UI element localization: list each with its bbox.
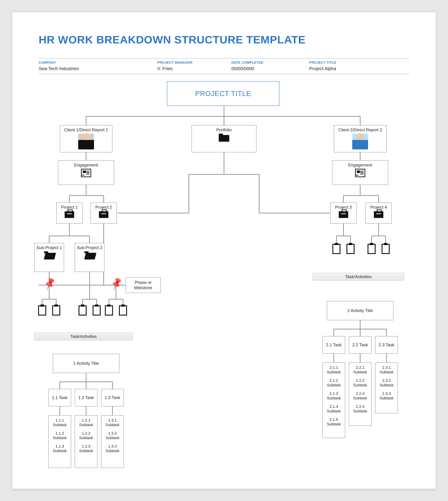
activity2-subtasks1: 2.1.1 Subtask 2.1.2 Subtask 2.1.3 Subtas… — [322, 363, 345, 438]
date-label: DATE COMPLETED — [231, 61, 309, 65]
project3-text: Project 3 — [335, 205, 352, 210]
activity1-task3: 1.3 Task — [101, 389, 124, 406]
project1-box: Project 1 — [56, 202, 82, 224]
company-value: Sea-Tech Industries — [39, 66, 157, 71]
activity1-task1: 1.1 Task — [48, 389, 71, 406]
page-title: HR WORK BREAKDOWN STRUCTURE TEMPLATE — [39, 33, 409, 46]
activity2-task2: 2.2 Task — [349, 336, 372, 354]
project3-box: Project 3 — [330, 202, 357, 224]
client2-text: Client 2/Direct Report 2 — [338, 127, 382, 133]
clipboard-icon — [382, 244, 390, 254]
project-title-value: Project Alpha — [309, 66, 409, 71]
activity2-task1: 2.1 Task — [322, 336, 345, 354]
pm-value: V. Fries — [157, 66, 231, 71]
task-activities-text: Task/Activities — [70, 334, 97, 339]
company-label: COMPANY — [39, 61, 157, 65]
clipboard-icon — [38, 305, 46, 316]
document-page: HR WORK BREAKDOWN STRUCTURE TEMPLATE COM… — [12, 12, 436, 489]
activity2-title-box: 2 Activity Title — [327, 301, 394, 320]
newspaper-icon — [81, 169, 91, 177]
clipboard-icon — [332, 244, 340, 254]
phase-box: Phase or Milestone — [126, 277, 161, 293]
pm-label: PROJECT MANAGER — [157, 61, 231, 65]
portfolio-text: Portfolio — [216, 127, 232, 133]
clipboard-icon — [93, 305, 101, 316]
activity1-subtasks2: 1.2.1 Subtask 1.2.2 Subtask 1.2.3 Subtas… — [75, 415, 97, 468]
task-activities-bar-left: Task/Activities — [34, 333, 133, 340]
project2-text: Project 2 — [96, 205, 112, 210]
clipboard-icon — [105, 305, 113, 316]
activity1-title-text: 1 Activity Title — [73, 361, 99, 366]
briefcase-icon — [374, 211, 383, 218]
activity1-task2: 1.2 Task — [75, 389, 97, 406]
activity1-subtasks3: 1.3.1 Subtask 1.3.2 Subtask 1.3.3 Subtas… — [101, 415, 124, 468]
client1-box: Client 1/Direct Report 1 — [60, 125, 112, 152]
subproject2-text: Sub-Project 2 — [77, 245, 102, 250]
avatar-icon — [352, 134, 368, 150]
clipboard-icon — [79, 305, 87, 316]
avatar-icon — [78, 134, 94, 150]
engagement-right-box: Engagement — [332, 160, 388, 185]
date-value: 00/00/0000 — [231, 66, 309, 71]
client1-text: Client 1/Direct Report 1 — [64, 127, 108, 133]
meta-row: COMPANY Sea-Tech Industries PROJECT MANA… — [39, 58, 409, 74]
open-folder-icon — [44, 251, 54, 259]
activity2-subtasks3: 2.3.1 Subtask 2.3.2 Subtask 2.3.3 Subtas… — [375, 363, 398, 414]
root-title-text: PROJECT TITLE — [195, 89, 251, 98]
phase-text: Phase or Milestone — [127, 280, 159, 290]
activity1-subtasks1: 1.1.1 Subtask 1.1.2 Subtask 1.1.3 Subtas… — [48, 415, 71, 468]
project2-box: Project 2 — [91, 202, 117, 224]
folder-icon — [219, 134, 229, 142]
clipboard-icon — [119, 305, 127, 316]
briefcase-icon — [65, 211, 74, 218]
activity2-subtasks2: 2.2.1 Subtask 2.2.2 Subtask 2.2.3 Subtas… — [349, 363, 372, 426]
wbs-diagram: PROJECT TITLE Client 1/Direct Report 1 P… — [39, 74, 409, 475]
clipboard-icon — [346, 244, 354, 254]
project4-box: Project 4 — [366, 202, 392, 224]
project1-text: Project 1 — [61, 205, 78, 210]
task-activities-bar-right: Task/Activities — [313, 273, 404, 281]
briefcase-icon — [99, 211, 108, 218]
root-title-box: PROJECT TITLE — [167, 81, 279, 106]
portfolio-box: Portfolio — [192, 125, 256, 152]
project4-text: Project 4 — [370, 205, 387, 210]
clipboard-icon — [368, 244, 376, 254]
pushpin-icon: 📌 — [109, 276, 124, 291]
subproject1-text: Sub-Project 1 — [36, 245, 62, 250]
activity1-title-box: 1 Activity Title — [53, 354, 119, 373]
project-title-label: PROJECT TITLE — [309, 61, 409, 65]
subproject1-box: Sub-Project 1 — [34, 243, 64, 272]
briefcase-icon — [339, 211, 348, 218]
engagement-left-box: Engagement — [58, 160, 114, 185]
client2-box: Client 2/Direct Report 2 — [334, 125, 386, 152]
newspaper-icon — [355, 169, 365, 177]
subproject2-box: Sub-Project 2 — [75, 243, 105, 272]
activity2-task3: 2.3 Task — [375, 336, 398, 354]
engagement-text: Engagement — [74, 162, 98, 168]
engagement-text: Engagement — [348, 162, 372, 168]
task-activities-text: Task/Activities — [345, 274, 372, 279]
activity2-title-text: 2 Activity Title — [347, 308, 373, 313]
open-folder-icon — [84, 251, 95, 259]
clipboard-icon — [52, 305, 60, 316]
pushpin-icon: 📌 — [42, 276, 57, 291]
